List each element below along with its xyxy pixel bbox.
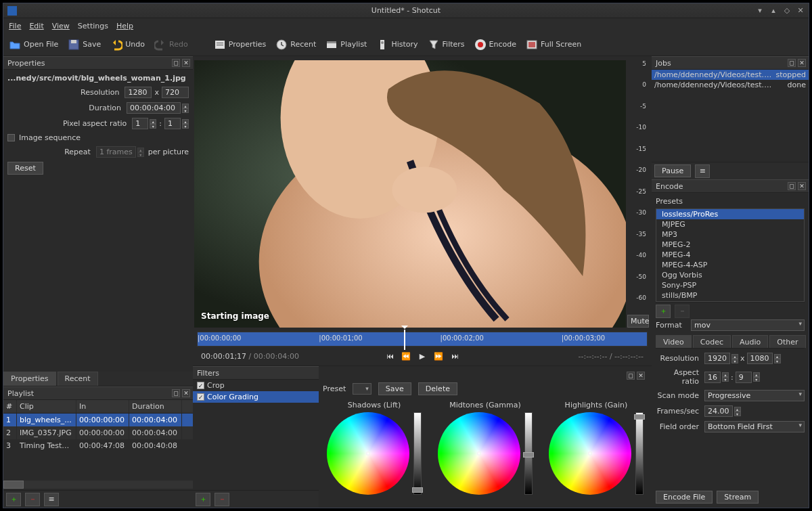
duration-down-icon[interactable]: ▾ bbox=[182, 108, 189, 113]
stream-button[interactable]: Stream bbox=[717, 491, 759, 504]
minimize-icon[interactable]: ▾ bbox=[756, 7, 764, 15]
encode-preset-item[interactable]: MPEG-4-ASP bbox=[656, 260, 804, 270]
save-button[interactable]: Save bbox=[68, 39, 101, 51]
tab-recent[interactable]: Recent bbox=[58, 372, 98, 386]
filter-checkbox[interactable]: ✓ bbox=[197, 393, 204, 401]
tab-audio[interactable]: Audio bbox=[732, 335, 768, 348]
restore-icon[interactable]: ◇ bbox=[783, 7, 791, 15]
resolution-width-input[interactable]: 1280 bbox=[125, 87, 152, 98]
menu-file[interactable]: File bbox=[9, 22, 21, 30]
panel-float-icon[interactable]: ◻ bbox=[627, 372, 635, 380]
play-icon[interactable]: ▶ bbox=[417, 351, 428, 361]
maximize-icon[interactable]: ▴ bbox=[769, 7, 777, 15]
menu-help[interactable]: Help bbox=[116, 22, 133, 30]
close-icon[interactable]: ✕ bbox=[796, 7, 805, 15]
field-order-select[interactable]: Bottom Field First bbox=[704, 421, 805, 432]
playlist-row[interactable]: 2IMG_0357.JPG00:00:00:0000:00:04:00 bbox=[3, 426, 193, 439]
midtones-level-slider[interactable] bbox=[524, 412, 533, 495]
panel-close-icon[interactable]: ✕ bbox=[798, 182, 806, 190]
menu-edit[interactable]: Edit bbox=[29, 22, 43, 30]
playlist-row[interactable]: 1blg_wheels_...00:00:00:0000:00:04:00 bbox=[3, 414, 193, 426]
duration-up-icon[interactable]: ▴ bbox=[182, 104, 189, 108]
properties-button[interactable]: Properties bbox=[214, 39, 267, 51]
tab-video[interactable]: Video bbox=[656, 335, 692, 348]
highlights-color-wheel[interactable] bbox=[549, 412, 631, 495]
preset-add-button[interactable]: ＋ bbox=[656, 305, 671, 318]
skip-end-icon[interactable]: ⏭ bbox=[449, 351, 460, 361]
job-row[interactable]: /home/ddennedy/Videos/test.movdone bbox=[652, 80, 809, 90]
highlights-level-slider[interactable] bbox=[635, 412, 644, 495]
history-button[interactable]: History bbox=[376, 39, 418, 51]
svg-point-17 bbox=[392, 166, 457, 213]
playlist-add-button[interactable]: ＋ bbox=[6, 493, 21, 506]
panel-close-icon[interactable]: ✕ bbox=[182, 389, 190, 397]
preset-delete-button[interactable]: Delete bbox=[418, 382, 457, 395]
filter-checkbox[interactable]: ✓ bbox=[197, 382, 204, 389]
preset-select[interactable] bbox=[353, 383, 371, 395]
skip-start-icon[interactable]: ⏮ bbox=[384, 351, 395, 361]
midtones-color-wheel[interactable] bbox=[438, 412, 520, 495]
filter-item[interactable]: ✓Crop bbox=[193, 380, 319, 391]
filter-add-button[interactable]: ＋ bbox=[196, 493, 210, 506]
menu-settings[interactable]: Settings bbox=[78, 22, 108, 30]
filters-button[interactable]: Filters bbox=[428, 39, 465, 51]
preset-save-button[interactable]: Save bbox=[378, 382, 411, 395]
tab-properties[interactable]: Properties bbox=[3, 372, 56, 386]
resolution-height-input[interactable]: 720 bbox=[162, 87, 189, 98]
playlist-remove-button[interactable]: － bbox=[25, 493, 40, 506]
encode-button[interactable]: Encode bbox=[474, 39, 516, 51]
encode-preset-item[interactable]: MP3 bbox=[656, 229, 804, 240]
tab-codec[interactable]: Codec bbox=[693, 335, 731, 348]
enc-aspect-b-input[interactable]: 9 bbox=[736, 372, 752, 383]
panel-float-icon[interactable]: ◻ bbox=[788, 59, 796, 67]
panel-close-icon[interactable]: ✕ bbox=[182, 59, 190, 67]
panel-float-icon[interactable]: ◻ bbox=[788, 182, 796, 190]
recent-button[interactable]: Recent bbox=[275, 39, 316, 51]
jobs-menu-button[interactable]: ≡ bbox=[695, 164, 710, 178]
encode-preset-item[interactable]: Ogg Vorbis bbox=[656, 270, 804, 280]
open-file-button[interactable]: Open File bbox=[9, 39, 58, 51]
encode-preset-item[interactable]: stills/BMP bbox=[656, 290, 804, 301]
format-select[interactable]: mov bbox=[691, 319, 805, 331]
mute-button[interactable]: Mute bbox=[627, 315, 649, 328]
rewind-icon[interactable]: ⏪ bbox=[401, 351, 411, 361]
shadows-color-wheel[interactable] bbox=[327, 412, 409, 495]
scan-mode-select[interactable]: Progressive bbox=[704, 390, 805, 401]
enc-height-input[interactable]: 1080 bbox=[747, 353, 773, 364]
encode-preset-item[interactable]: MJPEG bbox=[656, 219, 804, 229]
enc-width-input[interactable]: 1920 bbox=[704, 353, 730, 364]
duration-input[interactable]: 00:00:04:00 bbox=[127, 102, 181, 114]
encode-preset-item[interactable]: MPEG-4 bbox=[656, 250, 804, 260]
jobs-pause-button[interactable]: Pause bbox=[654, 164, 691, 177]
playlist-button[interactable]: Playlist bbox=[325, 39, 367, 51]
playlist-scrollbar[interactable] bbox=[3, 481, 193, 489]
menu-view[interactable]: View bbox=[52, 22, 70, 30]
shadows-level-slider[interactable] bbox=[413, 412, 422, 495]
encode-preset-item[interactable]: Sony-PSP bbox=[656, 280, 804, 290]
panel-close-icon[interactable]: ✕ bbox=[798, 59, 806, 67]
image-sequence-checkbox[interactable] bbox=[7, 134, 15, 141]
par-b-input[interactable]: 1 bbox=[164, 118, 181, 129]
enc-aspect-a-input[interactable]: 16 bbox=[704, 372, 721, 383]
job-row[interactable]: /home/ddennedy/Videos/test.movstopped bbox=[652, 70, 809, 80]
playlist-row[interactable]: 3Timing Testsl...00:00:47:0800:00:40:08 bbox=[3, 439, 193, 452]
encode-presets-list[interactable]: lossless/ProResMJPEGMP3MPEG-2MPEG-4MPEG-… bbox=[656, 208, 805, 302]
video-preview[interactable]: Starting image bbox=[194, 60, 626, 328]
encode-preset-item[interactable]: lossless/ProRes bbox=[656, 209, 804, 219]
fps-input[interactable]: 24.00 bbox=[704, 405, 733, 417]
encode-preset-item[interactable]: MPEG-2 bbox=[656, 240, 804, 250]
forward-icon[interactable]: ⏩ bbox=[433, 351, 444, 361]
tab-other[interactable]: Other bbox=[769, 335, 805, 348]
timeline-ruler[interactable]: |00:00:00;00|00:00:01;00|00:00:02;00|00:… bbox=[197, 332, 648, 347]
panel-close-icon[interactable]: ✕ bbox=[637, 372, 645, 380]
reset-button[interactable]: Reset bbox=[7, 162, 43, 175]
filter-item[interactable]: ✓Color Grading bbox=[193, 391, 319, 403]
playlist-menu-button[interactable]: ≡ bbox=[44, 493, 59, 506]
encode-file-button[interactable]: Encode File bbox=[656, 491, 713, 504]
par-a-input[interactable]: 1 bbox=[132, 118, 148, 129]
undo-button[interactable]: Undo bbox=[110, 39, 145, 51]
fullscreen-button[interactable]: Full Screen bbox=[526, 39, 581, 51]
panel-float-icon[interactable]: ◻ bbox=[172, 389, 180, 397]
panel-float-icon[interactable]: ◻ bbox=[172, 59, 180, 67]
filter-remove-button[interactable]: － bbox=[215, 493, 229, 506]
